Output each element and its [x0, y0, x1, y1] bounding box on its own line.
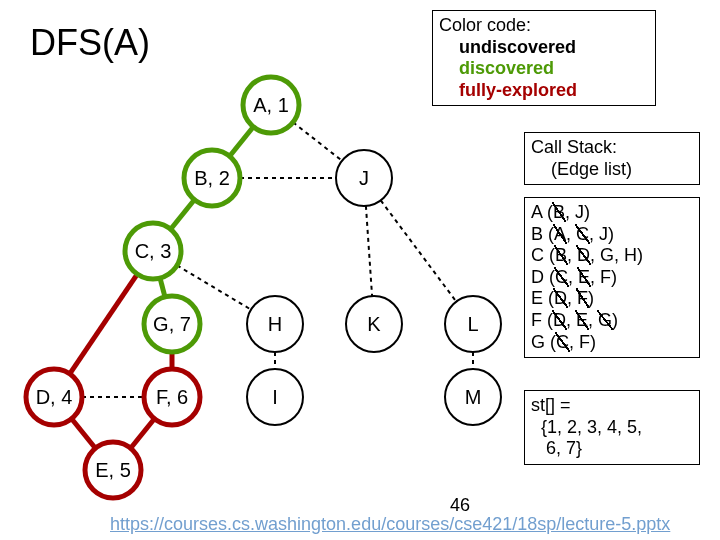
call-stack-header: Call Stack: (Edge list): [524, 132, 700, 185]
call-stack-row: B (A, C, J): [531, 224, 693, 246]
st-array-box: st[] = {1, 2, 3, 4, 5, 6, 7}: [524, 390, 700, 465]
call-stack-row: A (B, J): [531, 202, 693, 224]
node-label-G: G, 7: [153, 313, 191, 335]
node-label-H: H: [268, 313, 282, 335]
node-label-E: E, 5: [95, 459, 131, 481]
node-label-L: L: [467, 313, 478, 335]
call-stack-heading: Call Stack:: [531, 137, 617, 157]
node-label-J: J: [359, 167, 369, 189]
edge-A-B: [230, 127, 254, 156]
footer-link[interactable]: https://courses.cs.washington.edu/course…: [110, 514, 670, 535]
legend-discovered-label: discovered: [459, 58, 554, 78]
page-title: DFS(A): [30, 22, 150, 64]
call-stack-row: G (C, F): [531, 332, 693, 354]
edge-J-K: [366, 206, 372, 296]
slide-number: 46: [450, 495, 470, 516]
node-label-K: K: [367, 313, 381, 335]
edge-C-D: [70, 274, 138, 374]
node-label-M: M: [465, 386, 482, 408]
call-stack-row: F (D, E, G): [531, 310, 693, 332]
node-label-B: B, 2: [194, 167, 230, 189]
edge-F-E: [131, 419, 155, 448]
edge-D-E: [72, 419, 96, 448]
call-stack-subheading: (Edge list): [551, 159, 693, 181]
legend-fully-explored-label: fully-explored: [459, 80, 577, 100]
call-stack-row: D (C, E, F): [531, 267, 693, 289]
color-code-legend: Color code: undiscovered discovered full…: [432, 10, 656, 106]
edge-J-L: [381, 200, 456, 301]
node-label-I: I: [272, 386, 278, 408]
edge-B-C: [171, 200, 195, 229]
edge-C-G: [160, 278, 165, 297]
node-label-C: C, 3: [135, 240, 172, 262]
node-label-F: F, 6: [156, 386, 188, 408]
legend-heading: Color code:: [439, 15, 531, 35]
node-label-A: A, 1: [253, 94, 289, 116]
node-label-D: D, 4: [36, 386, 73, 408]
call-stack-row: E (D, F): [531, 288, 693, 310]
call-stack-row: C (B, D, G, H): [531, 245, 693, 267]
call-stack-body: A (B, J)B (A, C, J)C (B, D, G, H)D (C, E…: [524, 197, 700, 358]
legend-undiscovered-label: undiscovered: [459, 37, 576, 57]
edge-A-J: [293, 122, 342, 160]
